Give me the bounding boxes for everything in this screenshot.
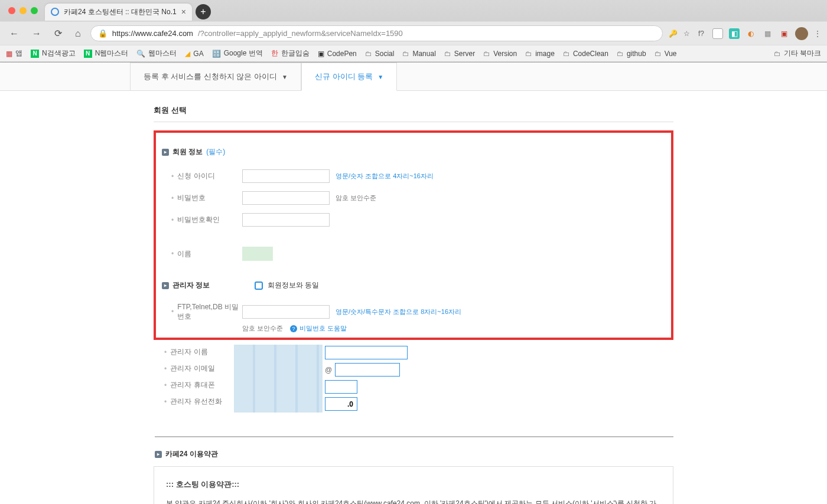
row-password: 비밀번호 암호 보안수준 bbox=[161, 187, 666, 209]
ext-square-icon[interactable] bbox=[712, 28, 723, 39]
ftp-password-input[interactable] bbox=[242, 305, 330, 319]
home-button[interactable]: ⌂ bbox=[71, 26, 84, 41]
row-apply-id: 신청 아이디 영문/숫자 조합으로 4자리~16자리 bbox=[161, 165, 666, 187]
row-password-confirm: 비밀번호확인 bbox=[161, 209, 666, 231]
label-admin-email: 관리자 이메일 bbox=[164, 364, 234, 374]
bookmark-item[interactable]: NN웹마스터 bbox=[84, 48, 129, 58]
bookmark-folder[interactable]: 🗀Server bbox=[444, 50, 475, 58]
bookmark-item[interactable]: 한한글입숨 bbox=[271, 48, 310, 58]
bookmarks-bar: ▦앱 NN검색광고 NN웹마스터 🔍웹마스터 ◢GA 🔠Google 번역 한한… bbox=[0, 45, 827, 62]
password-strength-label: 암호 보안수준 bbox=[336, 194, 376, 202]
bookmark-folder[interactable]: 🗀Manual bbox=[402, 50, 435, 58]
ext-font[interactable]: f? bbox=[696, 28, 706, 39]
minimize-window-icon[interactable] bbox=[19, 7, 27, 14]
new-tab-button[interactable]: + bbox=[196, 4, 211, 19]
bookmark-item[interactable]: ◢GA bbox=[185, 50, 203, 58]
address-bar-right: 🔑 ☆ f? ◧ ◐ ▦ ▣ ⋮ bbox=[669, 27, 821, 40]
tab-title: 카페24 호스팅센터 :: 대한민국 No.1 bbox=[64, 7, 177, 17]
section-title: 회원 선택 bbox=[154, 105, 673, 122]
bookmark-item[interactable]: 🔍웹마스터 bbox=[136, 48, 177, 58]
admin-name-input[interactable] bbox=[325, 346, 408, 359]
reload-button[interactable]: ⟳ bbox=[51, 25, 66, 41]
label-name: 이름 bbox=[171, 249, 242, 259]
bookmark-folder[interactable]: 🗀Version bbox=[483, 50, 517, 58]
ftp-password-subrow: 암호 보안수준 비밀번호 도움말 bbox=[161, 324, 666, 333]
bookmark-folder[interactable]: 🗀CodeClean bbox=[563, 50, 608, 58]
label-admin-tel: 관리자 유선전화 bbox=[164, 397, 234, 407]
password-confirm-input[interactable] bbox=[242, 213, 330, 227]
terms-heading: ▸ 카페24 이용약관 bbox=[155, 436, 673, 459]
ext-teal-icon[interactable]: ◧ bbox=[729, 28, 740, 39]
ext-orange-icon[interactable]: ◐ bbox=[745, 28, 756, 39]
menu-icon[interactable]: ⋮ bbox=[814, 30, 821, 38]
site-favicon bbox=[51, 8, 59, 16]
tab-bar: 카페24 호스팅센터 :: 대한민국 No.1 × + bbox=[0, 0, 827, 21]
label-apply-id: 신청 아이디 bbox=[171, 171, 242, 181]
label-ftp-password: FTP,Telnet,DB 비밀번호 bbox=[171, 303, 242, 321]
apps-shortcut[interactable]: ▦앱 bbox=[6, 48, 22, 58]
window-controls[interactable] bbox=[5, 7, 41, 17]
label-password-confirm: 비밀번호확인 bbox=[171, 215, 242, 225]
tab-unregistered-id[interactable]: 등록 후 서비스를 신청하지 않은 아이디 ▼ bbox=[130, 63, 301, 90]
bookmark-folder[interactable]: 🗀image bbox=[525, 50, 555, 58]
page-content: 회원 선택 ▸ 회원 정보 (필수) 신청 아이디 영문/숫자 조합으로 4자리… bbox=[154, 105, 673, 504]
tab-new-id[interactable]: 신규 아이디 등록 ▼ bbox=[301, 63, 397, 91]
url-path: /?controller=apply_applyid_newform&servi… bbox=[198, 29, 403, 38]
ext-gray-icon[interactable]: ▦ bbox=[762, 28, 773, 39]
bookmark-item[interactable]: NN검색광고 bbox=[31, 48, 76, 58]
password-help-link[interactable]: 비밀번호 도움말 bbox=[290, 324, 347, 333]
section-bullet-icon: ▸ bbox=[155, 451, 162, 458]
admin-phone-part-input[interactable] bbox=[325, 380, 357, 394]
row-ftp-password: FTP,Telnet,DB 비밀번호 영문/숫자/특수문자 조합으로 8자리~1… bbox=[161, 299, 666, 325]
bookmark-item[interactable]: ▣CodePen bbox=[318, 50, 357, 58]
url-origin: https://www.cafe24.com bbox=[112, 29, 193, 38]
label-admin-phone: 관리자 휴대폰 bbox=[164, 380, 234, 390]
back-button[interactable]: ← bbox=[6, 26, 22, 41]
same-as-member-label: 회원정보와 동일 bbox=[268, 281, 319, 289]
admin-tel-part-input[interactable] bbox=[325, 397, 357, 411]
browser-chrome: 카페24 호스팅센터 :: 대한민국 No.1 × + ← → ⟳ ⌂ 🔒 ht… bbox=[0, 0, 827, 63]
admin-inputs-column: @ bbox=[325, 345, 408, 413]
ftp-password-hint: 영문/숫자/특수문자 조합으로 8자리~16자리 bbox=[336, 307, 461, 316]
admin-labels-column: 관리자 이름 관리자 이메일 관리자 휴대폰 관리자 유선전화 bbox=[164, 345, 234, 413]
admin-email-domain-input[interactable] bbox=[335, 363, 400, 377]
chevron-down-icon: ▼ bbox=[377, 74, 383, 80]
profile-avatar[interactable] bbox=[795, 27, 808, 40]
bookmark-item[interactable]: 🔠Google 번역 bbox=[212, 48, 263, 58]
tab-close-icon[interactable]: × bbox=[181, 7, 186, 17]
terms-body: 본 약관은 카페24 주식회사(이하 '회사')와 회사의 카페24호스팅(ww… bbox=[166, 498, 661, 504]
forward-button[interactable]: → bbox=[28, 26, 45, 41]
bookmark-folder[interactable]: 🗀Vue bbox=[655, 50, 677, 58]
key-icon[interactable]: 🔑 bbox=[669, 30, 678, 38]
password-input[interactable] bbox=[242, 191, 330, 205]
terms-title: ::: 호스팅 이용약관::: bbox=[166, 477, 661, 491]
apply-id-hint: 영문/숫자 조합으로 4자리~16자리 bbox=[336, 172, 434, 181]
admin-contact-block: 관리자 이름 관리자 이메일 관리자 휴대폰 관리자 유선전화 @ bbox=[154, 340, 673, 413]
url-input[interactable]: 🔒 https://www.cafe24.com/?controller=app… bbox=[90, 25, 663, 41]
redacted-values-block bbox=[234, 345, 323, 413]
label-password: 비밀번호 bbox=[171, 193, 242, 203]
other-bookmarks[interactable]: 🗀기타 북마크 bbox=[774, 48, 821, 58]
page-subtabs: 등록 후 서비스를 신청하지 않은 아이디 ▼ 신규 아이디 등록 ▼ bbox=[0, 63, 827, 91]
terms-box[interactable]: ::: 호스팅 이용약관::: 본 약관은 카페24 주식회사(이하 '회사')… bbox=[154, 466, 673, 504]
email-at-symbol: @ bbox=[325, 366, 332, 374]
lock-icon: 🔒 bbox=[98, 29, 108, 38]
same-as-member-checkbox[interactable] bbox=[255, 282, 263, 290]
star-icon[interactable]: ☆ bbox=[683, 30, 690, 38]
close-window-icon[interactable] bbox=[8, 7, 15, 14]
name-value-redacted bbox=[242, 247, 273, 261]
address-bar: ← → ⟳ ⌂ 🔒 https://www.cafe24.com/?contro… bbox=[0, 21, 827, 45]
apply-id-input[interactable] bbox=[242, 169, 330, 183]
admin-info-heading: ▸ 관리자 정보 회원정보와 동일 bbox=[162, 280, 666, 290]
bookmark-folder[interactable]: 🗀github bbox=[617, 50, 646, 58]
chevron-down-icon: ▼ bbox=[282, 74, 288, 80]
ftp-password-strength-label: 암호 보안수준 bbox=[242, 324, 283, 333]
section-bullet-icon: ▸ bbox=[162, 282, 169, 289]
bookmark-folder[interactable]: 🗀Social bbox=[365, 50, 395, 58]
highlighted-form-area: ▸ 회원 정보 (필수) 신청 아이디 영문/숫자 조합으로 4자리~16자리 … bbox=[154, 130, 673, 340]
ext-red-icon[interactable]: ▣ bbox=[779, 28, 789, 39]
section-bullet-icon: ▸ bbox=[162, 149, 169, 156]
zoom-window-icon[interactable] bbox=[31, 7, 38, 14]
browser-tab[interactable]: 카페24 호스팅센터 :: 대한민국 No.1 × bbox=[45, 4, 192, 21]
member-info-heading: ▸ 회원 정보 (필수) bbox=[162, 147, 666, 157]
